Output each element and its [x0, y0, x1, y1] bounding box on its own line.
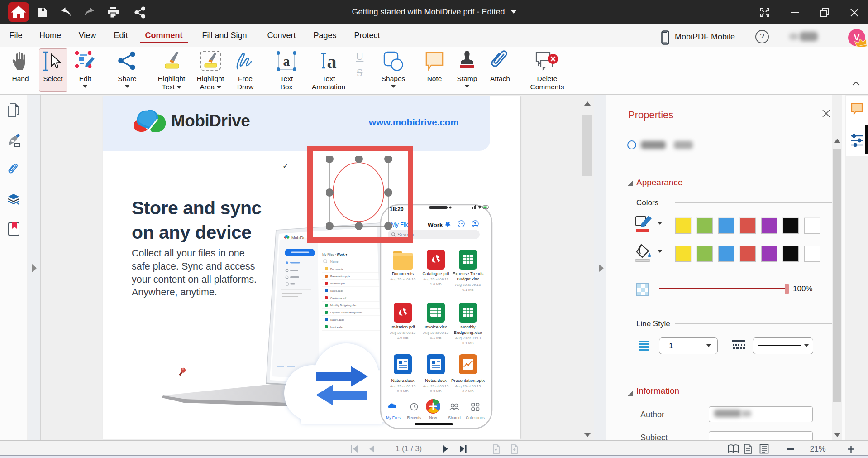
svg-text:1.0 MB: 1.0 MB	[397, 336, 408, 340]
svg-text:Invoice.xlsx: Invoice.xlsx	[424, 324, 447, 329]
svg-text:Notes.docx: Notes.docx	[330, 289, 343, 292]
svg-text:Aug 20 at 09:13: Aug 20 at 09:13	[455, 336, 481, 340]
svg-text:Aug 20 at 09:13: Aug 20 at 09:13	[423, 277, 449, 281]
svg-text:Aug 20 at 09:10: Aug 20 at 09:10	[390, 277, 416, 281]
svg-text:Work: Work	[428, 222, 443, 228]
svg-text:My Files › Work ▾: My Files › Work ▾	[322, 253, 348, 256]
svg-text:Invitation.pdf: Invitation.pdf	[330, 282, 345, 285]
svg-text:Nature.docx: Nature.docx	[391, 378, 414, 383]
svg-text:Name: Name	[330, 260, 339, 263]
svg-text:Recents: Recents	[407, 415, 421, 420]
svg-text:New: New	[429, 415, 437, 420]
svg-text:Invoice.xlsx: Invoice.xlsx	[330, 326, 343, 328]
svg-text:Collections: Collections	[466, 415, 485, 420]
svg-text:Nature.docx: Nature.docx	[330, 318, 344, 321]
svg-text:0.1 MB: 0.1 MB	[430, 336, 441, 340]
svg-text:0.3 MB: 0.3 MB	[430, 389, 441, 393]
svg-text:Aug 20 at 09:13: Aug 20 at 09:13	[455, 283, 481, 287]
svg-text:Notes.docx: Notes.docx	[425, 378, 447, 383]
svg-text:Presentation.pptx: Presentation.pptx	[330, 275, 350, 278]
svg-text:Monthly: Monthly	[460, 324, 476, 329]
svg-text:Shared: Shared	[448, 415, 461, 420]
svg-text:0.3 MB: 0.3 MB	[397, 389, 408, 393]
svg-text:Expense Trends Budget.xlsx: Expense Trends Budget.xlsx	[330, 311, 362, 314]
svg-text:My Files: My Files	[386, 415, 401, 420]
svg-text:a: a	[283, 53, 290, 68]
svg-text:Documents: Documents	[392, 271, 414, 276]
svg-text:Aug 20 at 09:13: Aug 20 at 09:13	[423, 384, 449, 388]
svg-text:Budgeting.xlsx: Budgeting.xlsx	[454, 330, 482, 335]
svg-text:0.1 MB: 0.1 MB	[462, 288, 473, 292]
svg-text:Presentation.pptx: Presentation.pptx	[451, 378, 485, 383]
svg-text:Aug 20 at 09:13: Aug 20 at 09:13	[390, 384, 416, 388]
svg-text:Catalogue.pdf: Catalogue.pdf	[422, 271, 449, 276]
svg-text:Expense Trends: Expense Trends	[453, 271, 484, 276]
svg-text:1.0 MB: 1.0 MB	[430, 282, 441, 286]
svg-text:0.1 MB: 0.1 MB	[462, 341, 473, 345]
svg-text:a: a	[327, 51, 337, 72]
svg-text:Invitation.pdf: Invitation.pdf	[391, 324, 415, 329]
svg-text:Aug 20 at 09:13: Aug 20 at 09:13	[423, 331, 449, 335]
svg-text:Documents: Documents	[330, 268, 343, 270]
svg-text:0.6 MB: 0.6 MB	[462, 389, 473, 393]
svg-text:Catalogue.pdf: Catalogue.pdf	[330, 297, 346, 299]
svg-text:Budget.xlsx: Budget.xlsx	[457, 276, 479, 281]
svg-text:Monthly Budgeting.xlsx: Monthly Budgeting.xlsx	[330, 304, 357, 307]
svg-text:MobiDri: MobiDri	[291, 236, 305, 240]
svg-text:Aug 20 at 09:13: Aug 20 at 09:13	[455, 384, 481, 388]
svg-text:Aug 20 at 09:13: Aug 20 at 09:13	[390, 331, 416, 335]
